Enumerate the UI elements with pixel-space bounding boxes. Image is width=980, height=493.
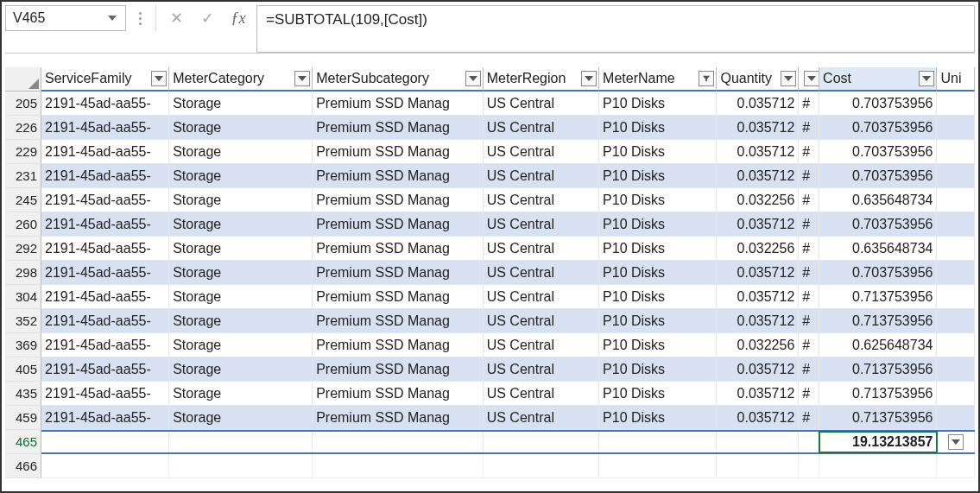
cell[interactable]: 0.713753956 [819, 285, 937, 308]
cell[interactable]: 2191-45ad-aa55- [41, 188, 169, 212]
cell[interactable]: 0.035712 [717, 285, 799, 308]
cell[interactable]: Premium SSD Manag [313, 333, 484, 357]
cell[interactable]: # [799, 116, 819, 139]
cell[interactable]: 2191-45ad-aa55- [41, 140, 169, 163]
cell[interactable] [599, 454, 717, 478]
cell[interactable]: 0.035712 [717, 309, 799, 332]
cell[interactable]: US Central [484, 406, 599, 429]
filter-dropdown-icon[interactable] [151, 71, 167, 86]
cell[interactable]: 2191-45ad-aa55- [41, 212, 169, 236]
filter-dropdown-icon[interactable] [581, 71, 597, 86]
row-number[interactable]: 304 [5, 285, 41, 309]
cell[interactable]: 0.703753956 [819, 92, 937, 115]
cell[interactable]: US Central [484, 237, 599, 260]
cell[interactable] [799, 432, 819, 452]
cell[interactable] [937, 309, 975, 332]
cell[interactable]: 0.035712 [717, 212, 799, 236]
filter-applied-icon[interactable] [699, 71, 714, 86]
cell[interactable]: 0.703753956 [819, 212, 937, 236]
column-header-meter-name[interactable]: MeterName [599, 67, 717, 92]
cell[interactable]: Premium SSD Manag [313, 285, 484, 308]
more-icon[interactable] [131, 5, 149, 31]
row-number[interactable]: 352 [5, 309, 41, 333]
cell[interactable] [169, 454, 313, 478]
cell[interactable]: 0.035712 [717, 357, 799, 381]
cell[interactable]: P10 Disks [599, 309, 717, 332]
cell[interactable]: US Central [484, 92, 599, 115]
cell[interactable]: P10 Disks [599, 406, 717, 429]
cell[interactable] [717, 432, 799, 452]
row-number[interactable]: 435 [5, 382, 41, 406]
enter-icon[interactable]: ✓ [194, 5, 220, 31]
cell[interactable]: 0.713753956 [819, 309, 937, 332]
cell[interactable]: 2191-45ad-aa55- [41, 406, 169, 429]
cell[interactable] [717, 454, 799, 478]
cell[interactable]: P10 Disks [599, 116, 717, 139]
cell[interactable]: Premium SSD Manag [313, 237, 484, 260]
cell[interactable]: Storage [169, 140, 313, 163]
column-header-meter-region[interactable]: MeterRegion [484, 67, 599, 92]
cell[interactable]: # [799, 212, 819, 236]
cell[interactable]: US Central [484, 261, 599, 284]
cell[interactable]: P10 Disks [599, 92, 717, 115]
cell[interactable] [937, 406, 975, 429]
cell[interactable]: US Central [484, 382, 599, 405]
cell[interactable]: 2191-45ad-aa55- [41, 237, 169, 260]
row-number[interactable]: 245 [5, 188, 41, 212]
cell[interactable]: # [799, 285, 819, 308]
cell[interactable]: 0.635648734 [819, 237, 937, 260]
cell[interactable] [937, 382, 975, 405]
cell[interactable]: Premium SSD Manag [313, 309, 484, 332]
cell[interactable] [313, 432, 484, 452]
cell[interactable]: Premium SSD Manag [313, 261, 484, 284]
cell[interactable]: 0.703753956 [819, 164, 937, 187]
cell[interactable]: Premium SSD Manag [313, 357, 484, 381]
cell[interactable]: P10 Disks [599, 261, 717, 284]
column-header-uni[interactable]: Uni [937, 67, 975, 92]
filter-dropdown-icon[interactable] [294, 71, 310, 86]
cell[interactable]: Storage [169, 285, 313, 308]
cell[interactable]: 0.713753956 [819, 406, 937, 429]
cell[interactable]: # [799, 188, 819, 212]
cell[interactable]: P10 Disks [599, 237, 717, 260]
cell[interactable]: 2191-45ad-aa55- [41, 357, 169, 381]
cancel-icon[interactable]: ✕ [163, 5, 189, 31]
row-number[interactable]: 292 [5, 237, 41, 261]
cell[interactable]: # [799, 164, 819, 187]
cell[interactable]: 0.713753956 [819, 382, 937, 405]
totals-dropdown-icon[interactable] [948, 434, 964, 450]
cell[interactable] [937, 188, 975, 212]
cell[interactable] [937, 116, 975, 139]
cell[interactable]: # [799, 406, 819, 429]
name-box-dropdown-icon[interactable] [106, 16, 118, 21]
cell[interactable]: 0.635648734 [819, 188, 937, 212]
row-number[interactable]: 229 [5, 140, 41, 164]
cell[interactable]: US Central [484, 309, 599, 332]
row-number[interactable]: 466 [5, 454, 41, 478]
row-number[interactable]: 405 [5, 357, 41, 382]
cell[interactable]: P10 Disks [599, 188, 717, 212]
fx-icon[interactable]: ƒx [225, 5, 251, 31]
cell[interactable]: 0.625648734 [819, 333, 937, 357]
cell[interactable]: 2191-45ad-aa55- [41, 333, 169, 357]
cell[interactable] [937, 454, 975, 478]
cell[interactable] [937, 432, 975, 452]
cell[interactable]: Premium SSD Manag [313, 140, 484, 163]
cell[interactable]: Storage [169, 188, 313, 212]
cell[interactable]: P10 Disks [599, 212, 717, 236]
cell[interactable] [169, 432, 313, 452]
cell[interactable]: 0.035712 [717, 406, 799, 429]
cell[interactable] [937, 164, 975, 187]
name-box[interactable]: V465 [5, 5, 126, 31]
column-header-service-family[interactable]: ServiceFamily [41, 67, 169, 92]
cell[interactable]: Premium SSD Manag [313, 92, 484, 115]
row-number[interactable]: 260 [5, 212, 41, 237]
cell[interactable]: 0.713753956 [819, 357, 937, 381]
cell[interactable]: # [799, 382, 819, 405]
cell[interactable]: 2191-45ad-aa55- [41, 285, 169, 308]
cell[interactable]: US Central [484, 333, 599, 357]
filter-dropdown-icon[interactable] [781, 71, 796, 86]
cell[interactable]: 0.032256 [717, 333, 799, 357]
cell[interactable]: US Central [484, 116, 599, 139]
cell[interactable] [799, 454, 819, 478]
